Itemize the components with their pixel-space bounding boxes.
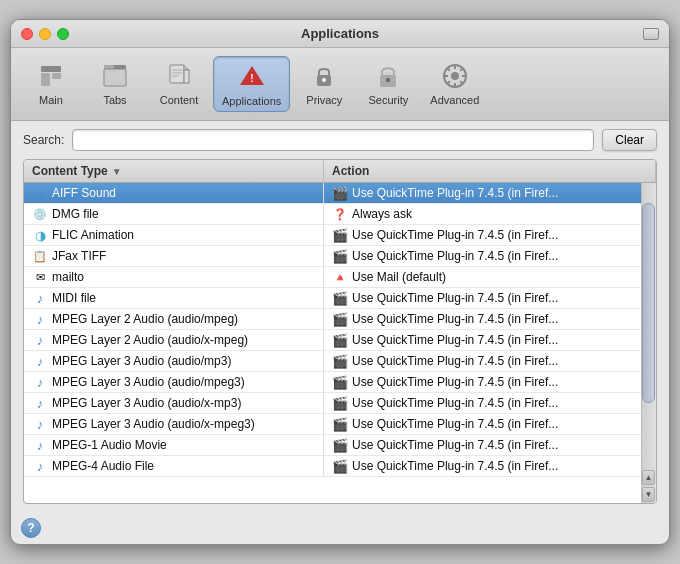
cell-action: 🎬 Use QuickTime Plug-in 7.4.5 (in Firef.… xyxy=(324,225,656,245)
table-row[interactable]: ♪ MPEG Layer 2 Audio (audio/mpeg) 🎬 Use … xyxy=(24,309,656,330)
cell-action: 🎬 Use QuickTime Plug-in 7.4.5 (in Firef.… xyxy=(324,393,656,413)
svg-rect-0 xyxy=(41,66,61,72)
column-header-type[interactable]: Content Type ▼ xyxy=(24,160,324,182)
cell-type: ✉ mailto xyxy=(24,267,324,287)
svg-rect-6 xyxy=(170,65,184,83)
table-body: ♪ AIFF Sound 🎬 Use QuickTime Plug-in 7.4… xyxy=(24,183,656,503)
tab-tabs-label: Tabs xyxy=(103,94,126,106)
toolbar: Main Tabs xyxy=(11,48,669,121)
type-icon: ✉ xyxy=(32,269,48,285)
table-row[interactable]: ♪ MPEG-4 Audio File 🎬 Use QuickTime Plug… xyxy=(24,456,656,477)
cell-type: ♪ MPEG Layer 3 Audio (audio/mp3) xyxy=(24,351,324,371)
footer: ? xyxy=(11,512,669,544)
action-icon: 🎬 xyxy=(332,416,348,432)
scroll-down-button[interactable]: ▼ xyxy=(642,487,655,502)
cell-type: ♪ MPEG-1 Audio Movie xyxy=(24,435,324,455)
tab-applications[interactable]: ! Applications xyxy=(213,56,290,112)
privacy-icon xyxy=(308,60,340,92)
cell-action: 🎬 Use QuickTime Plug-in 7.4.5 (in Firef.… xyxy=(324,414,656,434)
type-icon: ♪ xyxy=(32,185,48,201)
table-row[interactable]: ♪ MPEG Layer 3 Audio (audio/x-mpeg3) 🎬 U… xyxy=(24,414,656,435)
scrollbar-track: ▲ ▼ xyxy=(641,183,656,503)
table-row[interactable]: ♪ MPEG Layer 2 Audio (audio/x-mpeg) 🎬 Us… xyxy=(24,330,656,351)
table-row[interactable]: 💿 DMG file ❓ Always ask xyxy=(24,204,656,225)
tab-advanced[interactable]: Advanced xyxy=(422,56,487,112)
action-icon: 🎬 xyxy=(332,227,348,243)
applications-icon: ! xyxy=(236,61,268,93)
tab-main[interactable]: Main xyxy=(21,56,81,112)
cell-action: 🎬 Use QuickTime Plug-in 7.4.5 (in Firef.… xyxy=(324,246,656,266)
type-icon: ♪ xyxy=(32,437,48,453)
svg-rect-1 xyxy=(41,73,50,86)
search-input[interactable] xyxy=(72,129,594,151)
cell-action: 🎬 Use QuickTime Plug-in 7.4.5 (in Firef.… xyxy=(324,309,656,329)
tab-privacy[interactable]: Privacy xyxy=(294,56,354,112)
cell-action: 🎬 Use QuickTime Plug-in 7.4.5 (in Firef.… xyxy=(324,435,656,455)
svg-line-25 xyxy=(447,68,450,71)
cell-action: 🎬 Use QuickTime Plug-in 7.4.5 (in Firef.… xyxy=(324,288,656,308)
traffic-lights xyxy=(21,28,69,40)
type-icon: 📋 xyxy=(32,248,48,264)
table-header: Content Type ▼ Action xyxy=(24,160,656,183)
svg-line-28 xyxy=(447,81,450,84)
cell-action: 🔺 Use Mail (default) xyxy=(324,267,656,287)
tab-security[interactable]: Security xyxy=(358,56,418,112)
cell-type: ♪ AIFF Sound xyxy=(24,183,324,203)
tab-security-label: Security xyxy=(368,94,408,106)
table-row[interactable]: ♪ MPEG Layer 3 Audio (audio/mpeg3) 🎬 Use… xyxy=(24,372,656,393)
type-icon: ♪ xyxy=(32,416,48,432)
action-icon: 🎬 xyxy=(332,290,348,306)
applications-table: Content Type ▼ Action ♪ AIFF Sound 🎬 Use… xyxy=(23,159,657,504)
svg-rect-4 xyxy=(104,65,114,69)
help-button[interactable]: ? xyxy=(21,518,41,538)
cell-type: 💿 DMG file xyxy=(24,204,324,224)
table-row[interactable]: 📋 JFax TIFF 🎬 Use QuickTime Plug-in 7.4.… xyxy=(24,246,656,267)
cell-type: ♪ MPEG Layer 2 Audio (audio/mpeg) xyxy=(24,309,324,329)
table-row[interactable]: ♪ MIDI file 🎬 Use QuickTime Plug-in 7.4.… xyxy=(24,288,656,309)
tab-content[interactable]: Content xyxy=(149,56,209,112)
scroll-up-button[interactable]: ▲ xyxy=(642,470,655,485)
search-bar: Search: Clear xyxy=(11,121,669,159)
cell-type: ◑ FLIC Animation xyxy=(24,225,324,245)
table-row[interactable]: ♪ MPEG-1 Audio Movie 🎬 Use QuickTime Plu… xyxy=(24,435,656,456)
cell-type: ♪ MPEG Layer 3 Audio (audio/x-mp3) xyxy=(24,393,324,413)
svg-line-27 xyxy=(460,68,463,71)
action-icon: 🎬 xyxy=(332,458,348,474)
svg-rect-5 xyxy=(104,69,126,86)
tab-main-label: Main xyxy=(39,94,63,106)
action-icon: 🎬 xyxy=(332,374,348,390)
table-row[interactable]: ♪ MPEG Layer 3 Audio (audio/x-mp3) 🎬 Use… xyxy=(24,393,656,414)
svg-text:!: ! xyxy=(250,73,253,84)
svg-rect-2 xyxy=(52,73,61,79)
tabs-icon xyxy=(99,60,131,92)
type-icon: ♪ xyxy=(32,311,48,327)
cell-action: 🎬 Use QuickTime Plug-in 7.4.5 (in Firef.… xyxy=(324,456,656,476)
action-icon: 🎬 xyxy=(332,437,348,453)
table-row[interactable]: ♪ AIFF Sound 🎬 Use QuickTime Plug-in 7.4… xyxy=(24,183,656,204)
security-icon xyxy=(372,60,404,92)
type-icon: ♪ xyxy=(32,458,48,474)
advanced-icon xyxy=(439,60,471,92)
zoom-button[interactable] xyxy=(643,28,659,40)
cell-type: ♪ MPEG Layer 3 Audio (audio/mpeg3) xyxy=(24,372,324,392)
column-header-action[interactable]: Action xyxy=(324,160,656,182)
table-row[interactable]: ◑ FLIC Animation 🎬 Use QuickTime Plug-in… xyxy=(24,225,656,246)
sort-arrow-icon: ▼ xyxy=(112,166,122,177)
minimize-button[interactable] xyxy=(39,28,51,40)
maximize-button[interactable] xyxy=(57,28,69,40)
svg-point-20 xyxy=(451,72,459,80)
table-row[interactable]: ✉ mailto 🔺 Use Mail (default) xyxy=(24,267,656,288)
svg-point-18 xyxy=(386,78,390,82)
action-icon: 🎬 xyxy=(332,248,348,264)
clear-button[interactable]: Clear xyxy=(602,129,657,151)
action-icon: 🎬 xyxy=(332,332,348,348)
tab-tabs[interactable]: Tabs xyxy=(85,56,145,112)
cell-action: 🎬 Use QuickTime Plug-in 7.4.5 (in Firef.… xyxy=(324,351,656,371)
tab-advanced-label: Advanced xyxy=(430,94,479,106)
cell-type: ♪ MPEG Layer 3 Audio (audio/x-mpeg3) xyxy=(24,414,324,434)
scrollbar-thumb[interactable] xyxy=(642,203,655,403)
action-icon: 🎬 xyxy=(332,311,348,327)
close-button[interactable] xyxy=(21,28,33,40)
cell-action: 🎬 Use QuickTime Plug-in 7.4.5 (in Firef.… xyxy=(324,372,656,392)
table-row[interactable]: ♪ MPEG Layer 3 Audio (audio/mp3) 🎬 Use Q… xyxy=(24,351,656,372)
